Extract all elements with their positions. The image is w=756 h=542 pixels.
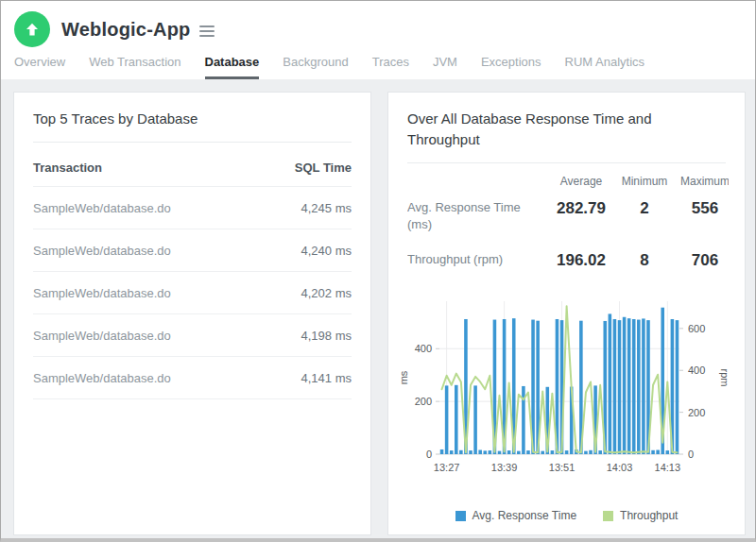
response-throughput-title: Over All Database Response Time and Thro… — [388, 93, 721, 162]
response-throughput-chart[interactable]: 0200400020040060013:2713:3913:5114:0314:… — [396, 292, 745, 494]
svg-text:600: 600 — [688, 323, 705, 334]
table-row[interactable]: SampleWeb/database.do 4,202 ms — [33, 272, 352, 314]
app-header: Weblogic-App — [1, 1, 755, 49]
table-row[interactable]: SampleWeb/database.do 4,240 ms — [33, 229, 352, 272]
stats-row-throughput: Throughput (rpm) 196.02 8 706 — [407, 244, 729, 279]
col-transaction: Transaction — [33, 161, 102, 175]
hamburger-menu-icon[interactable] — [199, 25, 215, 37]
sql-time-value: 4,245 ms — [301, 201, 352, 215]
content-area: Top 5 Traces by Database Transaction SQL… — [1, 79, 755, 538]
svg-text:400: 400 — [688, 364, 705, 376]
svg-text:13:27: 13:27 — [434, 462, 460, 473]
table-row[interactable]: SampleWeb/database.do 4,198 ms — [33, 314, 352, 357]
stats-row-response-time: Avg. Response Time (ms) 282.79 2 556 — [407, 192, 729, 245]
trace-table-header: Transaction SQL Time — [33, 148, 352, 187]
tab-overview[interactable]: Overview — [14, 55, 65, 79]
legend-response-time[interactable]: Avg. Response Time — [455, 509, 577, 522]
chart-legend: Avg. Response Time Throughput — [388, 509, 745, 522]
svg-text:ms: ms — [398, 370, 409, 384]
apm-database-page: Weblogic-App Overview Web Transaction Da… — [0, 0, 756, 542]
col-maximum: Maximum — [674, 167, 729, 192]
transaction-name[interactable]: SampleWeb/database.do — [33, 244, 171, 258]
tab-rum-analytics[interactable]: RUM Analytics — [565, 55, 645, 79]
stat-maximum: 556 — [674, 192, 729, 245]
sql-time-value: 4,141 ms — [301, 371, 352, 385]
transaction-name[interactable]: SampleWeb/database.do — [33, 329, 171, 343]
stat-minimum: 2 — [615, 192, 674, 245]
top-traces-panel: Top 5 Traces by Database Transaction SQL… — [13, 92, 371, 535]
svg-text:200: 200 — [688, 407, 705, 418]
legend-throughput[interactable]: Throughput — [603, 509, 678, 522]
transaction-name[interactable]: SampleWeb/database.do — [33, 371, 171, 385]
arrow-up-icon — [24, 21, 41, 38]
stat-average: 282.79 — [547, 192, 615, 245]
tab-exceptions[interactable]: Exceptions — [481, 55, 541, 79]
response-throughput-panel: Over All Database Response Time and Thro… — [387, 92, 746, 535]
svg-text:0: 0 — [688, 449, 694, 460]
tab-bar: Overview Web Transaction Database Backgr… — [1, 49, 755, 79]
trace-table: Transaction SQL Time SampleWeb/database.… — [14, 143, 370, 399]
tab-background[interactable]: Background — [283, 55, 348, 79]
stat-label: Throughput (rpm) — [407, 244, 547, 279]
divider — [407, 162, 726, 163]
green-square-icon — [603, 511, 613, 521]
blue-square-icon — [455, 511, 466, 521]
page-title: Weblogic-App — [61, 19, 190, 41]
top-traces-title: Top 5 Traces by Database — [14, 93, 370, 142]
transaction-name[interactable]: SampleWeb/database.do — [33, 201, 171, 215]
transaction-name[interactable]: SampleWeb/database.do — [33, 286, 171, 300]
table-row[interactable]: SampleWeb/database.do 4,141 ms — [33, 357, 352, 399]
svg-text:14:03: 14:03 — [607, 462, 633, 473]
tab-traces[interactable]: Traces — [372, 55, 409, 79]
sql-time-value: 4,202 ms — [301, 286, 352, 300]
tab-web-transaction[interactable]: Web Transaction — [89, 55, 180, 79]
stat-average: 196.02 — [547, 244, 615, 279]
sql-time-value: 4,198 ms — [301, 329, 352, 343]
combo-chart-svg[interactable]: 0200400020040060013:2713:3913:5114:0314:… — [396, 292, 729, 490]
col-minimum: Minimum — [615, 167, 674, 192]
stats-summary: Average Minimum Maximum Avg. Response Ti… — [407, 167, 729, 279]
stat-maximum: 706 — [674, 244, 729, 279]
col-sql-time: SQL Time — [295, 161, 352, 175]
app-status-icon — [14, 11, 50, 47]
svg-text:rpm: rpm — [719, 369, 729, 387]
svg-text:14:13: 14:13 — [655, 462, 681, 473]
svg-text:400: 400 — [415, 343, 432, 354]
svg-text:13:51: 13:51 — [549, 462, 576, 473]
col-average: Average — [547, 167, 615, 192]
svg-text:13:39: 13:39 — [491, 462, 518, 473]
stat-minimum: 8 — [615, 244, 674, 279]
tab-database[interactable]: Database — [205, 55, 260, 79]
stat-label: Avg. Response Time (ms) — [407, 192, 547, 245]
sql-time-value: 4,240 ms — [301, 244, 352, 258]
svg-text:200: 200 — [415, 396, 432, 407]
tab-jvm[interactable]: JVM — [433, 55, 457, 79]
table-row[interactable]: SampleWeb/database.do 4,245 ms — [33, 187, 352, 229]
svg-text:0: 0 — [426, 449, 432, 460]
